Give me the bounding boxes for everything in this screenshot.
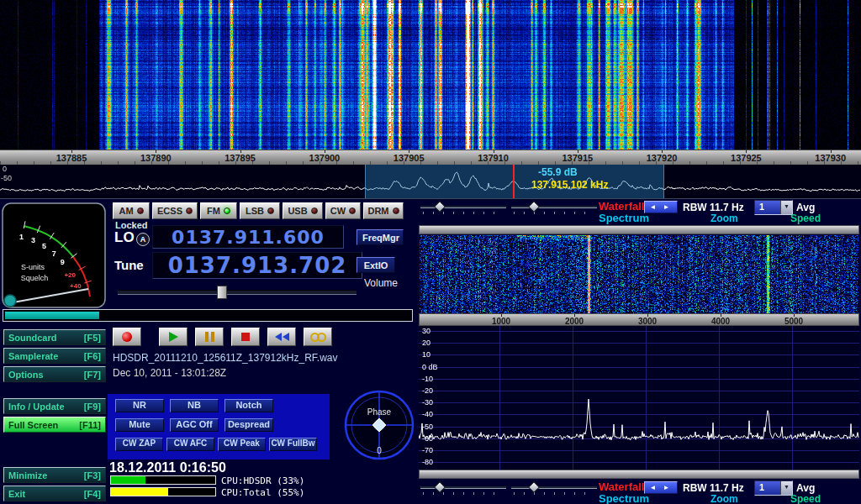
mode-label: ECSS xyxy=(157,206,182,216)
ruler-label: 137890 xyxy=(140,153,172,163)
slider-track xyxy=(511,206,597,208)
mode-usb-button[interactable]: USB xyxy=(283,202,323,219)
cw-fullbw-button[interactable]: CW FullBw xyxy=(269,438,317,451)
audio-waterfall-canvas[interactable] xyxy=(420,235,858,313)
ruler-tick xyxy=(71,150,72,153)
mode-cw-button[interactable]: CW xyxy=(325,202,361,219)
nb-button[interactable]: NB xyxy=(170,399,219,412)
volume-thumb[interactable] xyxy=(217,286,227,299)
datetime-display: 18.12.2011 0:16:50 xyxy=(109,460,226,475)
record-button[interactable] xyxy=(113,328,141,346)
freqmgr-button[interactable]: FreqMgr xyxy=(357,229,404,245)
spectrum-scrollbar[interactable] xyxy=(419,470,859,479)
brightness-slider[interactable] xyxy=(420,483,506,495)
slider-thumb[interactable] xyxy=(434,201,446,213)
despread-button[interactable]: Despread xyxy=(224,418,273,432)
button-label: Exit xyxy=(8,489,25,499)
tune-frequency-display[interactable]: 0137.913.702 xyxy=(152,252,362,279)
loop-icon xyxy=(310,333,326,342)
pause-button[interactable] xyxy=(195,328,224,346)
audio-frequency-scale: 10002000300040005000 xyxy=(419,313,859,326)
info-update-button[interactable]: Info / Update[F9] xyxy=(3,398,106,414)
button-label: Info / Update xyxy=(8,402,65,412)
ruler-tick xyxy=(240,150,241,153)
speed-select[interactable]: 1▼ xyxy=(754,200,793,215)
options-button[interactable]: Options[F7] xyxy=(3,366,106,382)
recording-file-name: HDSDR_20111210_125611Z_137912kHz_RF.wav xyxy=(113,352,338,364)
cpu-bar xyxy=(110,487,216,496)
mode-fm-button[interactable]: FM xyxy=(200,202,237,219)
phase-value: 0 xyxy=(343,446,415,455)
mode-am-button[interactable]: AM xyxy=(113,202,150,219)
avg-toggle[interactable]: Avg xyxy=(796,482,815,494)
passband-highlight[interactable] xyxy=(365,165,664,198)
audio-spectrum-canvas[interactable] xyxy=(419,326,859,470)
mode-label: DRM xyxy=(367,206,388,216)
mode-label: CW xyxy=(330,206,346,216)
nr-button[interactable]: NR xyxy=(115,399,164,412)
db-axis-label: 30 xyxy=(422,327,430,335)
mode-ecss-button[interactable]: ECSS xyxy=(152,202,198,219)
lo-frequency-display[interactable]: 0137.911.600 xyxy=(152,225,344,249)
hz-scale-tick xyxy=(574,314,575,317)
spectrum-tab[interactable]: Spectrum xyxy=(599,492,649,504)
mute-button[interactable]: Mute xyxy=(115,418,164,432)
slider-thumb[interactable] xyxy=(528,481,540,493)
brightness-slider[interactable] xyxy=(420,202,506,214)
speed-select[interactable]: 1▼ xyxy=(754,480,793,496)
mode-led-icon xyxy=(137,207,144,214)
mode-lsb-button[interactable]: LSB xyxy=(240,202,280,219)
cw-afc-button[interactable]: CW AFC xyxy=(166,438,214,451)
audio-spectrum[interactable]: 3020100 dB-10-20-30-40-50-60-70-80 xyxy=(419,326,859,470)
spectrum-tab[interactable]: Spectrum xyxy=(599,212,649,224)
cpu-bar xyxy=(110,475,216,485)
waterfall-scrollbar[interactable] xyxy=(419,225,859,234)
contrast-slider[interactable] xyxy=(511,202,597,214)
volume-slider[interactable] xyxy=(118,285,360,298)
record-icon xyxy=(122,332,132,342)
lo-lock-button[interactable]: A xyxy=(136,233,150,246)
play-icon xyxy=(169,332,178,342)
stop-button[interactable] xyxy=(231,328,260,346)
mode-led-icon xyxy=(186,207,193,214)
shift-arrows-button[interactable]: ◄ ► xyxy=(644,481,678,494)
samplerate-button[interactable]: Samplerate[F6] xyxy=(3,348,106,364)
button-hotkey: [F9] xyxy=(84,402,101,412)
shift-arrows-button[interactable]: ◄ ► xyxy=(644,201,678,213)
main-spectrum-strip[interactable]: 0 -50 -55.9 dB 137.915.102 kHz xyxy=(0,165,861,198)
extio-button[interactable]: ExtIO xyxy=(357,257,395,273)
agc-off-button[interactable]: AGC Off xyxy=(170,418,219,432)
stop-icon xyxy=(241,333,250,341)
rewind-button[interactable] xyxy=(267,328,296,346)
waterfall-tab[interactable]: Waterfall xyxy=(599,480,644,493)
cw-peak-button[interactable]: CW Peak xyxy=(218,438,266,451)
recording-file-date: Dec 10, 2011 - 13:01:28Z xyxy=(113,367,226,379)
strip-axis-label: -50 xyxy=(1,174,12,182)
ruler-label: 137920 xyxy=(647,153,678,163)
soundcard-button[interactable]: Soundcard[F5] xyxy=(3,329,106,345)
cw-zap-button[interactable]: CW ZAP xyxy=(115,438,163,451)
pause-icon xyxy=(205,332,214,342)
db-axis-label: -60 xyxy=(422,434,433,443)
slider-thumb[interactable] xyxy=(434,481,446,493)
play-button[interactable] xyxy=(159,328,188,346)
mode-led-icon xyxy=(393,207,399,214)
mode-drm-button[interactable]: DRM xyxy=(363,202,404,219)
mode-label: USB xyxy=(288,206,307,216)
button-label: Soundcard xyxy=(8,333,56,343)
minimize-button[interactable]: Minimize[F3] xyxy=(3,467,106,483)
frequency-ruler[interactable]: 1378851378901378951379001379051379101379… xyxy=(0,150,861,165)
avg-toggle[interactable]: Avg xyxy=(796,202,815,213)
hz-scale-label: 3000 xyxy=(638,317,657,326)
ruler-label: 137885 xyxy=(56,153,87,163)
waterfall-tab[interactable]: Waterfall xyxy=(599,200,644,213)
hz-scale-tick xyxy=(647,314,648,317)
slider-thumb[interactable] xyxy=(528,201,540,213)
loop-button[interactable] xyxy=(304,328,332,346)
full-screen-button[interactable]: Full Screen[F11] xyxy=(3,417,106,433)
notch-button[interactable]: Notch xyxy=(224,399,273,412)
contrast-slider[interactable] xyxy=(511,483,597,495)
main-waterfall-canvas[interactable] xyxy=(0,0,861,150)
volume-track xyxy=(118,290,357,295)
exit-button[interactable]: Exit[F4] xyxy=(3,486,106,501)
